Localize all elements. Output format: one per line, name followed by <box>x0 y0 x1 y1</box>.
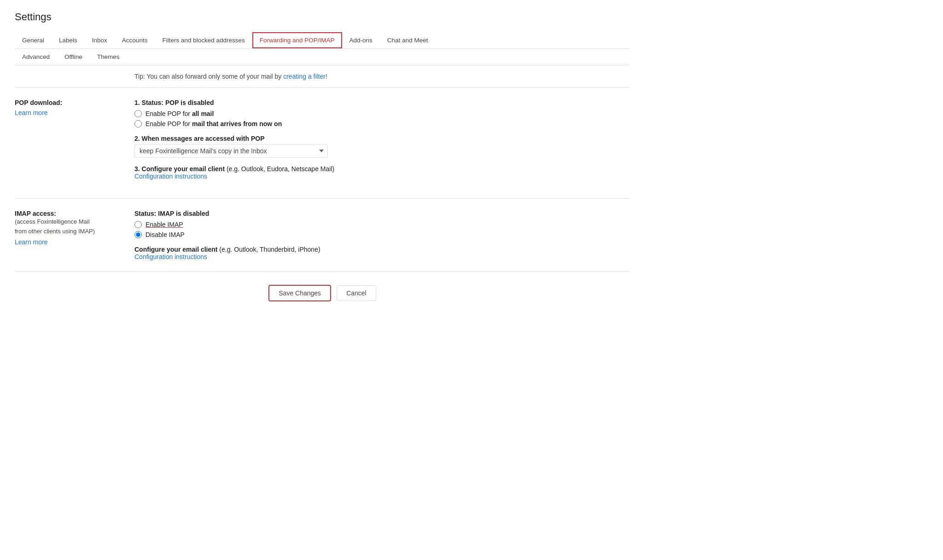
tab-advanced[interactable]: Advanced <box>15 49 57 65</box>
tab-offline[interactable]: Offline <box>57 49 90 65</box>
pop-radio2-row: Enable POP for mail that arrives from no… <box>134 120 630 127</box>
imap-radio2-row: Disable IMAP <box>134 231 630 238</box>
pop-learn-more-link[interactable]: Learn more <box>15 109 125 116</box>
tab-forwarding[interactable]: Forwarding and POP/IMAP <box>252 32 342 48</box>
pop-all-radio[interactable] <box>134 110 142 117</box>
tab-filters[interactable]: Filters and blocked addresses <box>155 32 252 48</box>
pop-label-title: POP download: <box>15 99 125 106</box>
imap-config-title-bold: Configure your email client <box>134 246 217 253</box>
imap-config-link[interactable]: Configuration instructions <box>134 253 207 260</box>
imap-config-area: Configure your email client (e.g. Outloo… <box>134 246 630 260</box>
imap-enable-radio[interactable] <box>134 221 142 228</box>
pop-config-link[interactable]: Configuration instructions <box>134 173 207 180</box>
tab-labels[interactable]: Labels <box>52 32 85 48</box>
tabs-row1: General Labels Inbox Accounts Filters an… <box>15 32 630 49</box>
tabs-row2: Advanced Offline Themes <box>15 49 630 65</box>
tip-row: Tip: You can also forward only some of y… <box>15 65 630 88</box>
imap-access-title: IMAP access: <box>15 210 125 217</box>
pop-step2-title: 2. When messages are accessed with POP <box>134 135 264 142</box>
pop-step1-title: 1. Status: POP is disabled <box>134 99 630 106</box>
pop-new-radio[interactable] <box>134 120 142 127</box>
pop-radio1-row: Enable POP for all mail <box>134 110 630 117</box>
footer-row: Save Changes Cancel <box>15 272 630 314</box>
pop-download-section: POP download: Learn more 1. Status: POP … <box>15 88 630 199</box>
imap-label-area: IMAP access: (access Foxintelligence Mai… <box>15 210 134 260</box>
imap-disable-radio[interactable] <box>134 231 142 238</box>
pop-label-area: POP download: Learn more <box>15 99 134 187</box>
imap-config-title-normal: (e.g. Outlook, Thunderbird, iPhone) <box>217 246 320 253</box>
tab-inbox[interactable]: Inbox <box>85 32 115 48</box>
pop-all-label: Enable POP for all mail <box>146 110 214 117</box>
imap-enable-label: Enable IMAP <box>146 221 183 228</box>
tip-text: Tip: You can also forward only some of y… <box>134 73 283 80</box>
imap-learn-more-link[interactable]: Learn more <box>15 238 125 246</box>
imap-access-sub: (access Foxintelligence Mailfrom other c… <box>15 217 125 237</box>
imap-radio1-row: Enable IMAP <box>134 221 630 228</box>
pop-dropdown-row: keep Foxintelligence Mail's copy in the … <box>134 144 630 158</box>
creating-filter-link[interactable]: creating a filter! <box>283 73 327 80</box>
imap-section: IMAP access: (access Foxintelligence Mai… <box>15 199 630 272</box>
tab-chat[interactable]: Chat and Meet <box>380 32 436 48</box>
save-changes-button[interactable]: Save Changes <box>268 285 331 301</box>
pop-step3: 3. Configure your email client (e.g. Out… <box>134 165 630 180</box>
tab-general[interactable]: General <box>15 32 52 48</box>
pop-step2: 2. When messages are accessed with POP k… <box>134 135 630 158</box>
tab-themes[interactable]: Themes <box>90 49 127 65</box>
imap-status-title: Status: IMAP is disabled <box>134 210 630 217</box>
tab-accounts[interactable]: Accounts <box>115 32 155 48</box>
content-area: Tip: You can also forward only some of y… <box>15 65 630 314</box>
imap-content: Status: IMAP is disabled Enable IMAP Dis… <box>134 210 630 260</box>
pop-content: 1. Status: POP is disabled Enable POP fo… <box>134 99 630 187</box>
cancel-button[interactable]: Cancel <box>337 285 376 301</box>
tab-addons[interactable]: Add-ons <box>342 32 380 48</box>
pop-dropdown[interactable]: keep Foxintelligence Mail's copy in the … <box>134 144 328 158</box>
imap-disable-label: Disable IMAP <box>146 231 185 238</box>
pop-new-label: Enable POP for mail that arrives from no… <box>146 120 282 127</box>
page-title: Settings <box>15 11 630 23</box>
pop-step3-title: 3. Configure your email client (e.g. Out… <box>134 165 630 173</box>
pop-step1: 1. Status: POP is disabled Enable POP fo… <box>134 99 630 127</box>
